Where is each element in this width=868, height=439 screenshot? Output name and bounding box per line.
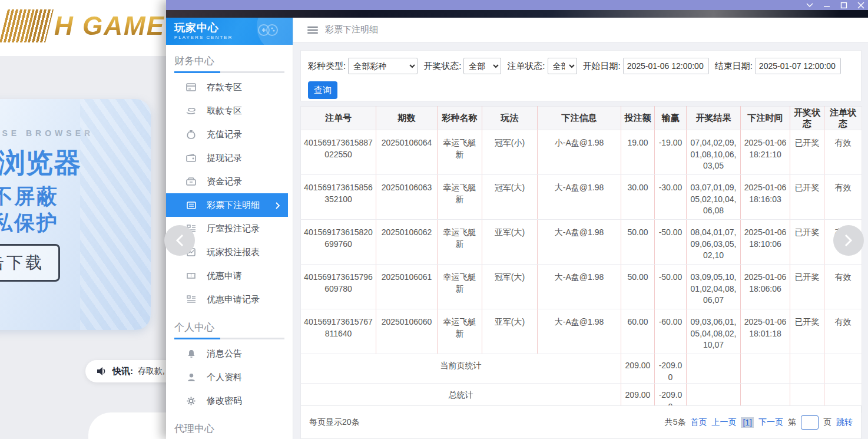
password-icon <box>186 396 196 406</box>
current-page-indicator: [1] <box>741 417 754 428</box>
sidebar-item-change-password[interactable]: 修改密码 <box>166 389 293 412</box>
cell-bet-info: 大-A盘@1.98 <box>538 175 621 220</box>
funds-record-icon <box>186 177 196 187</box>
sidebar-item-deposit-zone[interactable]: 存款专区 <box>166 75 293 99</box>
section-rule <box>174 338 284 339</box>
cell-lottery-name: 幸运飞艇新 <box>438 130 482 175</box>
cell-bet-id: 401569173615856352100 <box>301 175 376 220</box>
players-center-window: 玩家中心 PLAYERS CENTER 财务中心 存款专区 取款专区 <box>166 0 868 439</box>
promo-banner[interactable]: ERSE BROWSER 宇浏览器 制不屏蔽 隐私保护 击下载 <box>0 99 151 330</box>
cell-draw-result: 03,09,05,10,01,02,04,08,06,07 <box>687 265 741 309</box>
end-date-input[interactable] <box>755 58 841 74</box>
section-title-finance: 财务中心 <box>174 54 293 68</box>
cell-period: 20250106063 <box>376 175 438 220</box>
message-icon <box>186 349 196 359</box>
cell-play: 亚军(大) <box>482 309 538 354</box>
cell-play: 冠军(小) <box>482 130 538 175</box>
lottery-type-select[interactable]: 全部彩种 <box>348 58 418 74</box>
window-controls <box>806 0 864 10</box>
col-play: 玩法 <box>482 107 538 130</box>
sidebar-item-promo-apply-record[interactable]: 优惠申请记录 <box>166 288 293 311</box>
cell-bet-id: 401569173615887022550 <box>301 130 376 175</box>
banner-download-button[interactable]: 击下载 <box>0 244 60 282</box>
window-content: 玩家中心 PLAYERS CENTER 财务中心 存款专区 取款专区 <box>166 18 868 439</box>
start-date-input[interactable] <box>623 58 709 74</box>
sidebar-item-recharge-record[interactable]: 充值记录 <box>166 123 293 146</box>
sidebar-item-label: 厅室投注记录 <box>207 223 260 235</box>
sidebar-item-label: 充值记录 <box>207 129 242 140</box>
expand-right-arrow[interactable] <box>833 225 864 256</box>
sidebar-item-profile[interactable]: 个人资料 <box>166 365 293 389</box>
prev-page-link[interactable]: 上一页 <box>711 417 736 428</box>
per-page-text: 每页显示20条 <box>309 417 360 428</box>
maximize-icon[interactable] <box>840 1 847 9</box>
table-row: 401569173615796609780 20250106061 幸运飞艇新 … <box>301 265 862 309</box>
sidebar-item-label: 消息公告 <box>207 348 242 359</box>
cell-play: 冠军(大) <box>482 265 538 309</box>
cell-draw-result: 09,03,06,01,05,04,08,02,10,07 <box>687 309 741 354</box>
page-number-input[interactable] <box>801 415 819 430</box>
sidebar-item-promo-apply[interactable]: 优惠申请 <box>166 264 293 288</box>
table-row: 401569173615887022550 20250106064 幸运飞艇新 … <box>301 130 862 175</box>
collapse-left-arrow[interactable] <box>164 225 195 256</box>
lottery-type-label: 彩种类型: <box>308 61 346 72</box>
cell-draw-status: 已开奖 <box>790 309 824 354</box>
section-rule <box>174 71 284 73</box>
cell-play: 亚军(大) <box>482 220 538 265</box>
promo-apply-record-icon <box>186 295 196 305</box>
cell-bet-amount: 19.00 <box>621 130 655 175</box>
cell-bet-amount: 60.00 <box>621 309 655 354</box>
cell-bet-time: 2025-01-06 18:01:18 <box>741 309 790 354</box>
col-winloss: 输赢 <box>655 107 687 130</box>
total-count-text: 共5条 <box>665 417 686 428</box>
close-icon[interactable] <box>857 1 864 9</box>
draw-status-label: 开奖状态: <box>423 61 461 72</box>
deposit-icon <box>186 82 196 93</box>
breadcrumb: 彩票下注明细 <box>325 24 378 35</box>
section-title-agent: 代理中心 <box>174 422 293 435</box>
cell-bet-amount: 30.00 <box>621 175 655 220</box>
col-bet-time: 下注时间 <box>741 107 790 130</box>
cell-draw-status: 已开奖 <box>790 175 824 220</box>
cell-order-status: 有效 <box>824 130 862 175</box>
sidebar-item-messages[interactable]: 消息公告 <box>166 342 293 365</box>
cell-bet-info: 小-A盘@1.98 <box>538 130 621 175</box>
cell-bet-time: 2025-01-06 18:10:06 <box>741 220 790 265</box>
query-button[interactable]: 查询 <box>308 81 337 99</box>
cell-play: 冠军(大) <box>482 175 538 220</box>
minimize-icon[interactable] <box>823 1 830 9</box>
cell-winloss: -50.00 <box>655 220 687 265</box>
speaker-icon <box>97 367 108 376</box>
jump-button[interactable]: 跳转 <box>836 417 853 428</box>
cell-lottery-name: 幸运飞艇新 <box>438 175 482 220</box>
chevron-left-icon <box>175 234 184 247</box>
site-logo: H GAME <box>4 9 165 42</box>
cell-draw-result: 07,04,02,09,01,08,10,06,03,05 <box>687 130 741 175</box>
sidebar-item-withdrawal-record[interactable]: 提现记录 <box>166 146 293 170</box>
chevron-down-icon[interactable] <box>806 1 813 9</box>
news-text: 存取款, <box>138 366 165 377</box>
summary-bet-total: 209.00 <box>621 354 655 384</box>
profile-icon <box>186 372 196 382</box>
first-page-link[interactable]: 首页 <box>690 417 707 428</box>
cell-bet-amount: 50.00 <box>621 220 655 265</box>
sidebar-item-withdraw-zone[interactable]: 取款专区 <box>166 99 293 123</box>
filter-panel: 彩种类型: 全部彩种 开奖状态: 全部 注单状态: 全部 开始日期: 结束日期:… <box>300 50 862 101</box>
next-page-link[interactable]: 下一页 <box>758 417 783 428</box>
col-bet-amount: 投注额 <box>621 107 655 130</box>
site-header: H GAME <box>0 0 166 56</box>
cell-draw-status: 已开奖 <box>790 130 824 175</box>
cell-bet-time: 2025-01-06 18:16:03 <box>741 175 790 220</box>
sidebar-item-lottery-bet-detail[interactable]: 彩票下注明细 <box>166 193 288 217</box>
summary-winloss-total: -209.00 <box>655 354 687 384</box>
breadcrumb-bar: 彩票下注明细 <box>293 18 868 42</box>
summary-label: 当前页统计 <box>301 354 621 384</box>
col-bet-id: 注单号 <box>301 107 376 130</box>
order-status-select[interactable]: 全部 <box>548 58 577 74</box>
menu-toggle-icon[interactable] <box>307 27 318 34</box>
end-date-label: 结束日期: <box>715 61 753 72</box>
cell-order-status: 有效 <box>824 175 862 220</box>
sidebar-item-funds-record[interactable]: 资金记录 <box>166 170 293 193</box>
draw-status-select[interactable]: 全部 <box>463 58 501 74</box>
logo-text: H GAME <box>54 11 165 41</box>
